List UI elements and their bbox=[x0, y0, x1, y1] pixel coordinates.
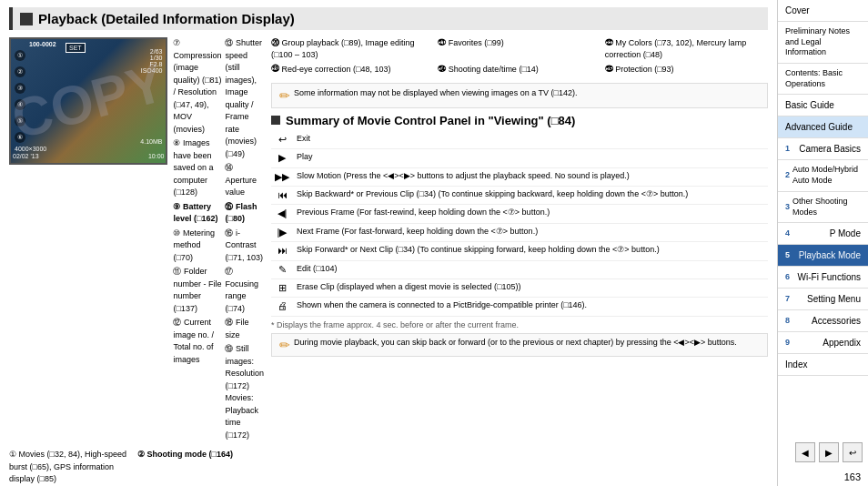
list-item: ② Shooting mode (□164) bbox=[137, 449, 264, 486]
row-icon: ⏮ bbox=[271, 186, 293, 204]
sidebar-item-camera-basics[interactable]: 1Camera Basics bbox=[778, 138, 868, 160]
num-list-1: ① Movies (□32, 84), High-speed burst (□6… bbox=[9, 449, 264, 486]
num-col3: ⑬ Shutter speed (still images), Image qu… bbox=[225, 37, 264, 443]
sidebar-nav: ◀ ▶ ↩ bbox=[778, 437, 868, 468]
section-icon bbox=[271, 116, 280, 125]
sidebar-item-auto-mode[interactable]: 2Auto Mode/Hybrid Auto Mode bbox=[778, 160, 868, 191]
row-label: Next Frame (For fast-forward, keep holdi… bbox=[293, 223, 768, 241]
group-item: ⑳ Group playback (□89), Image editing (□… bbox=[271, 37, 434, 60]
sidebar-item-basic-guide[interactable]: Basic Guide bbox=[778, 95, 868, 116]
left-section: ① ② ③ ④ ⑤ ⑥ 100-0002 2/631/30F2.8ISO400 … bbox=[9, 37, 264, 486]
group-items: ⑳ Group playback (□89), Image editing (□… bbox=[271, 37, 768, 76]
sidebar-item-accessories[interactable]: 8Accessories bbox=[778, 310, 868, 332]
title-text: Playback (Detailed Information Display) bbox=[38, 11, 295, 26]
list-item: ⑪ Folder number - File number (□137) bbox=[173, 266, 221, 315]
list-item: ① Movies (□32, 84), High-speed burst (□6… bbox=[9, 449, 136, 486]
table-row: ⏭ Skip Forward* or Next Clip (□34) (To c… bbox=[271, 242, 768, 260]
sidebar-item-wifi[interactable]: 6Wi-Fi Functions bbox=[778, 267, 868, 289]
title-icon bbox=[20, 13, 33, 25]
table-row: ⏮ Skip Backward* or Previous Clip (□34) … bbox=[271, 186, 768, 204]
list-item: ⑭ Aperture value bbox=[225, 162, 264, 199]
movie-table: ↩ Exit ▶ Play ▶▶ Slow Motion (Press the … bbox=[271, 131, 768, 317]
sidebar-item-setting-menu[interactable]: 7Setting Menu bbox=[778, 289, 868, 310]
list-item: ⑧ Images have been saved on a computer (… bbox=[173, 137, 221, 199]
list-item: ⑫ Current image no. / Total no. of image… bbox=[173, 317, 221, 366]
list-item: ⑩ Metering method (□70) bbox=[173, 228, 221, 265]
table-row: ↩ Exit bbox=[271, 131, 768, 149]
row-icon: ✎ bbox=[271, 260, 293, 278]
prev-button[interactable]: ◀ bbox=[795, 442, 815, 462]
row-icon: ↩ bbox=[271, 131, 293, 149]
num-list-2: ⑦ Compression (image quality) (□81) / Re… bbox=[173, 37, 221, 366]
page-number: 163 bbox=[778, 468, 868, 486]
middle-section: ⑳ Group playback (□89), Image editing (□… bbox=[271, 37, 768, 486]
group-item: ㉓ Red-eye correction (□48, 103) bbox=[271, 64, 434, 76]
num-list-3: ⑬ Shutter speed (still images), Image qu… bbox=[225, 37, 264, 441]
row-label: Edit (□104) bbox=[293, 260, 768, 278]
group-item: ㉑ Favorites (□99) bbox=[438, 37, 601, 60]
row-icon: 🖨 bbox=[271, 298, 293, 316]
row-icon: |▶ bbox=[271, 223, 293, 241]
row-label: Skip Backward* or Previous Clip (□34) (T… bbox=[293, 186, 768, 204]
table-row: ✎ Edit (□104) bbox=[271, 260, 768, 278]
row-icon: ▶▶ bbox=[271, 167, 293, 186]
section-title-text: Summary of Movie Control Panel in "Viewi… bbox=[286, 114, 575, 127]
page-title: Playback (Detailed Information Display) bbox=[9, 7, 768, 30]
content-area: ① ② ③ ④ ⑤ ⑥ 100-0002 2/631/30F2.8ISO400 … bbox=[9, 37, 768, 486]
note-box-2: ✏ During movie playback, you can skip ba… bbox=[271, 333, 768, 357]
camera-display: ① ② ③ ④ ⑤ ⑥ 100-0002 2/631/30F2.8ISO400 … bbox=[9, 37, 167, 165]
sidebar-item-contents[interactable]: Contents: Basic Operations bbox=[778, 64, 868, 95]
table-row: |▶ Next Frame (For fast-forward, keep ho… bbox=[271, 223, 768, 241]
list-item: ⑲ Still images: Resolution (□172) Movies… bbox=[225, 343, 264, 441]
row-label: Shown when the camera is connected to a … bbox=[293, 298, 768, 316]
group-item: ㉒ My Colors (□73, 102), Mercury lamp cor… bbox=[605, 37, 768, 60]
sidebar-item-playback[interactable]: 5Playback Mode bbox=[778, 245, 868, 267]
list-item: ⑰ Focusing range (□74) bbox=[225, 266, 264, 315]
row-label: Erase Clip (displayed when a digest movi… bbox=[293, 278, 768, 297]
list-item: ⑬ Shutter speed (still images), Image qu… bbox=[225, 37, 264, 160]
note2-text: During movie playback, you can skip back… bbox=[294, 338, 737, 347]
table-row: ◀| Previous Frame (For fast-rewind, keep… bbox=[271, 205, 768, 223]
note-icon-2: ✏ bbox=[279, 338, 290, 352]
note-text: Some information may not be displayed wh… bbox=[294, 88, 577, 97]
note-icon: ✏ bbox=[279, 88, 290, 103]
sidebar-item-p-mode[interactable]: 4P Mode bbox=[778, 223, 868, 245]
section2-title: Summary of Movie Control Panel in "Viewi… bbox=[271, 114, 768, 127]
row-label: Exit bbox=[293, 131, 768, 149]
sidebar-item-index[interactable]: Index bbox=[778, 354, 868, 376]
next-button[interactable]: ▶ bbox=[819, 442, 839, 462]
right-sidebar: Cover Preliminary Notes and Legal Inform… bbox=[777, 0, 868, 486]
table-row: ▶ Play bbox=[271, 149, 768, 167]
back-button[interactable]: ↩ bbox=[843, 442, 863, 462]
row-label: Slow Motion (Press the <◀><▶> buttons to… bbox=[293, 167, 768, 186]
row-icon: ◀| bbox=[271, 205, 293, 223]
row-icon: ▶ bbox=[271, 149, 293, 167]
table-row: ⊞ Erase Clip (displayed when a digest mo… bbox=[271, 278, 768, 297]
row-label: Play bbox=[293, 149, 768, 167]
numbered-annotations: ⑦ Compression (image quality) (□81) / Re… bbox=[173, 37, 264, 443]
num-col2: ⑦ Compression (image quality) (□81) / Re… bbox=[173, 37, 221, 443]
main-content: Playback (Detailed Information Display) … bbox=[0, 0, 777, 486]
table-row: ▶▶ Slow Motion (Press the <◀><▶> buttons… bbox=[271, 167, 768, 186]
sidebar-item-advanced-guide[interactable]: Advanced Guide bbox=[778, 116, 868, 138]
group-item: ㉔ Shooting date/time (□14) bbox=[438, 64, 601, 76]
list-item: ⑦ Compression (image quality) (□81) / Re… bbox=[173, 37, 221, 136]
row-icon: ⊞ bbox=[271, 278, 293, 297]
row-label: Skip Forward* or Next Clip (□34) (To con… bbox=[293, 242, 768, 260]
footnote: * Displays the frame approx. 4 sec. befo… bbox=[271, 320, 768, 329]
list-item: ⑱ File size bbox=[225, 317, 264, 341]
note-box-1: ✏ Some information may not be displayed … bbox=[271, 83, 768, 108]
sidebar-item-other-shooting[interactable]: 3Other Shooting Modes bbox=[778, 192, 868, 223]
group-item: ㉕ Protection (□93) bbox=[605, 64, 768, 76]
list-item: ⑨ Battery level (□162) bbox=[173, 201, 221, 226]
sidebar-item-cover[interactable]: Cover bbox=[778, 0, 868, 22]
sidebar-item-appendix[interactable]: 9Appendix bbox=[778, 332, 868, 354]
list-item: ⑮ Flash (□80) bbox=[225, 201, 264, 226]
table-row: 🖨 Shown when the camera is connected to … bbox=[271, 298, 768, 316]
camera-image: ① ② ③ ④ ⑤ ⑥ 100-0002 2/631/30F2.8ISO400 … bbox=[11, 39, 166, 163]
row-icon: ⏭ bbox=[271, 242, 293, 260]
sidebar-item-preliminary[interactable]: Preliminary Notes and Legal Information bbox=[778, 22, 868, 64]
row-label: Previous Frame (For fast-rewind, keep ho… bbox=[293, 205, 768, 223]
list-item: ⑯ i-Contrast (□71, 103) bbox=[225, 228, 264, 265]
